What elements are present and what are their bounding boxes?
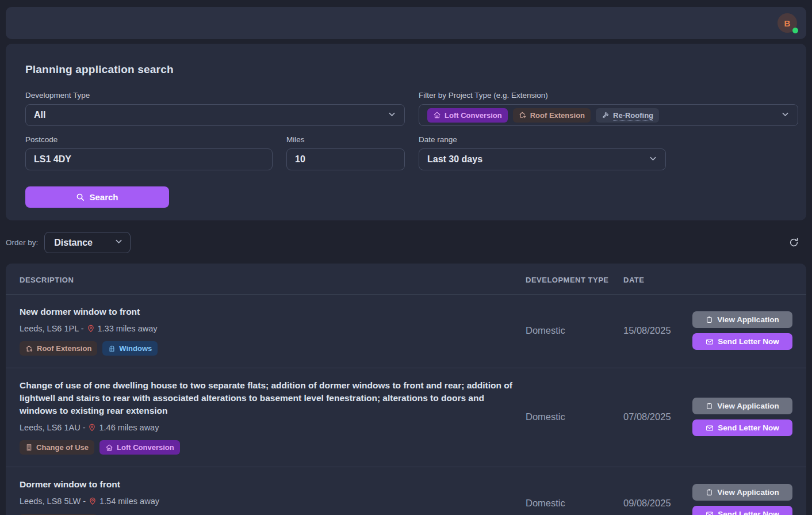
application-location: Leeds, LS6 1AU - 1.46 miles away — [20, 423, 514, 432]
envelope-icon — [706, 510, 714, 515]
actions-cell: View Application Send Letter Now — [692, 311, 792, 350]
result-row: Dormer window to front Leeds, LS8 5LW - … — [6, 467, 806, 515]
location-text: Leeds, LS8 5LW - — [20, 497, 86, 506]
postcode-input[interactable] — [25, 148, 273, 170]
chevron-down-icon — [781, 110, 790, 121]
clipboard-icon — [706, 489, 713, 496]
search-button-label: Search — [89, 192, 118, 202]
house-plus-icon — [25, 345, 33, 353]
project-type-chip[interactable]: Roof Extension — [513, 108, 591, 123]
postcode-field: Postcode — [25, 135, 273, 170]
envelope-icon — [706, 424, 714, 432]
envelope-icon — [706, 338, 714, 346]
hammer-icon — [602, 111, 610, 119]
order-by-value: Distance — [54, 238, 93, 248]
project-type-label: Filter by Project Type (e.g. Extension) — [419, 91, 798, 100]
date-range-field: Date range Last 30 days — [419, 135, 666, 170]
development-type-field: Development Type All — [25, 91, 405, 126]
order-by-label: Order by: — [6, 238, 38, 247]
order-by-select[interactable]: Distance — [44, 232, 131, 253]
view-application-button[interactable]: View Application — [692, 398, 792, 414]
building-icon — [25, 444, 33, 451]
miles-input[interactable] — [286, 148, 405, 170]
search-button[interactable]: Search — [25, 186, 169, 208]
development-type-value: Domestic — [526, 325, 623, 336]
results-header: DESCRIPTION DEVELOPMENT TYPE DATE — [6, 264, 806, 294]
result-row: Change of use of one dwelling house to t… — [6, 368, 806, 467]
application-tag[interactable]: Roof Extension — [20, 341, 97, 356]
view-application-button[interactable]: View Application — [692, 484, 792, 501]
project-type-chips: Loft Conversion Roof Extension Re-Roofin… — [427, 108, 781, 123]
view-application-button[interactable]: View Application — [692, 311, 792, 328]
online-status-dot — [792, 28, 798, 33]
description-cell: Change of use of one dwelling house to t… — [20, 379, 526, 455]
refresh-icon[interactable] — [788, 237, 806, 248]
project-type-chip[interactable]: Loft Conversion — [427, 108, 508, 123]
house-icon — [105, 444, 113, 452]
date-range-label: Date range — [419, 135, 666, 144]
description-cell: Dormer window to front Leeds, LS8 5LW - … — [20, 478, 526, 515]
date-range-value: Last 30 days — [427, 154, 482, 165]
avatar-letter: B — [784, 18, 791, 28]
application-location: Leeds, LS6 1PL - 1.33 miles away — [20, 324, 514, 333]
application-tag[interactable]: Change of Use — [20, 440, 94, 455]
distance-text: 1.33 miles away — [98, 324, 158, 333]
location-text: Leeds, LS6 1AU - — [20, 423, 85, 432]
development-type-value: Domestic — [526, 498, 623, 509]
project-type-field: Filter by Project Type (e.g. Extension) … — [419, 91, 798, 126]
actions-cell: View Application Send Letter Now — [692, 484, 792, 515]
results-body: New dormer window to front Leeds, LS6 1P… — [6, 294, 806, 515]
description-cell: New dormer window to front Leeds, LS6 1P… — [20, 306, 526, 356]
distance-text: 1.54 miles away — [99, 497, 159, 506]
window-icon — [108, 345, 116, 352]
column-date: DATE — [623, 276, 692, 284]
project-type-select[interactable]: Loft Conversion Roof Extension Re-Roofin… — [419, 104, 798, 126]
development-type-select[interactable]: All — [25, 104, 405, 126]
distance-text: 1.46 miles away — [99, 423, 159, 432]
order-bar: Order by: Distance — [6, 232, 806, 253]
application-tags: Change of Use Loft Conversion — [20, 440, 514, 455]
application-title: Dormer window to front — [20, 478, 514, 491]
application-date: 07/08/2025 — [623, 411, 692, 422]
application-tag[interactable]: Windows — [102, 341, 158, 356]
avatar[interactable]: B — [777, 13, 797, 33]
search-panel: Planning application search Development … — [6, 44, 806, 220]
page-title: Planning application search — [25, 63, 787, 76]
development-type-value: Domestic — [526, 411, 623, 422]
map-pin-icon — [88, 424, 96, 432]
development-type-label: Development Type — [25, 91, 405, 100]
send-letter-button[interactable]: Send Letter Now — [692, 419, 792, 436]
date-range-select[interactable]: Last 30 days — [419, 148, 666, 170]
house-icon — [433, 111, 441, 119]
house-plus-icon — [519, 111, 527, 119]
search-icon — [76, 193, 85, 201]
map-pin-icon — [87, 325, 95, 333]
location-text: Leeds, LS6 1PL - — [20, 324, 84, 333]
send-letter-button[interactable]: Send Letter Now — [692, 333, 792, 350]
column-description: DESCRIPTION — [20, 276, 526, 284]
application-title: Change of use of one dwelling house to t… — [20, 379, 514, 417]
clipboard-icon — [706, 316, 713, 323]
development-type-value: All — [34, 110, 45, 120]
miles-field: Miles — [286, 135, 405, 170]
application-title: New dormer window to front — [20, 306, 514, 318]
results-panel: DESCRIPTION DEVELOPMENT TYPE DATE New do… — [6, 264, 806, 515]
chevron-down-icon — [388, 110, 396, 121]
application-tags: Roof Extension Windows — [20, 341, 514, 356]
top-bar: B — [6, 7, 806, 39]
map-pin-icon — [89, 497, 97, 505]
project-type-chip[interactable]: Re-Roofing — [596, 108, 659, 123]
clipboard-icon — [706, 402, 713, 410]
send-letter-button[interactable]: Send Letter Now — [692, 506, 792, 515]
result-row: New dormer window to front Leeds, LS6 1P… — [6, 294, 806, 368]
application-date: 09/08/2025 — [623, 498, 692, 509]
application-location: Leeds, LS8 5LW - 1.54 miles away — [20, 497, 514, 506]
actions-cell: View Application Send Letter Now — [692, 398, 792, 436]
application-tag[interactable]: Loft Conversion — [99, 440, 180, 455]
column-actions — [692, 276, 792, 284]
column-development-type: DEVELOPMENT TYPE — [526, 276, 623, 284]
miles-label: Miles — [286, 135, 405, 144]
application-date: 15/08/2025 — [623, 325, 692, 336]
chevron-down-icon — [649, 154, 657, 165]
postcode-label: Postcode — [25, 135, 273, 144]
